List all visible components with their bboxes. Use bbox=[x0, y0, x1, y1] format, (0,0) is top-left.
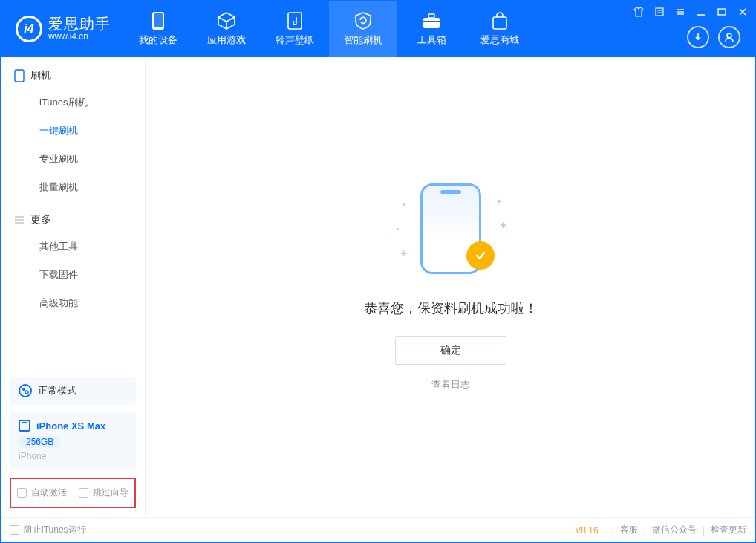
sparkle-icon bbox=[403, 203, 405, 206]
sidebar-item-pro-flash[interactable]: 专业刷机 bbox=[1, 145, 145, 173]
tab-toolbox[interactable]: 工具箱 bbox=[397, 1, 466, 57]
close-button[interactable] bbox=[736, 5, 749, 19]
sidebar-item-oneclick-flash[interactable]: 一键刷机 bbox=[1, 117, 145, 145]
window-controls bbox=[632, 1, 755, 57]
check-seal-icon bbox=[466, 241, 495, 270]
checkbox-label: 跳过向导 bbox=[93, 487, 128, 499]
svg-rect-5 bbox=[423, 21, 440, 22]
checkbox-auto-activate[interactable]: 自动激活 bbox=[17, 487, 67, 499]
bag-icon bbox=[490, 11, 509, 30]
device-type: iPhone bbox=[19, 451, 127, 461]
refresh-shield-icon bbox=[353, 11, 373, 30]
phone-icon bbox=[149, 11, 168, 30]
version-label: V8.16 bbox=[575, 525, 598, 536]
header: i4 爱思助手 www.i4.cn 我的设备 应用游戏 bbox=[1, 1, 755, 57]
svg-rect-7 bbox=[656, 8, 663, 16]
checkbox-skip-guide[interactable]: 跳过向导 bbox=[79, 487, 128, 499]
maximize-button[interactable] bbox=[715, 5, 729, 19]
checkbox-label: 阻止iTunes运行 bbox=[24, 524, 86, 536]
app-window: i4 爱思助手 www.i4.cn 我的设备 应用游戏 bbox=[0, 0, 756, 543]
checkbox-box-icon bbox=[17, 488, 27, 498]
device-name: iPhone XS Max bbox=[36, 420, 105, 432]
music-file-icon bbox=[285, 11, 304, 30]
tshirt-icon[interactable] bbox=[632, 5, 645, 19]
footer-link-support[interactable]: 客服 bbox=[620, 524, 638, 536]
success-message: 恭喜您，保资料刷机成功啦！ bbox=[364, 299, 538, 317]
sidebar-group-title: 刷机 bbox=[30, 69, 51, 82]
checkbox-label: 自动激活 bbox=[31, 487, 67, 499]
sidebar-group-flash: 刷机 bbox=[1, 57, 145, 88]
device-card[interactable]: iPhone XS Max 256GB iPhone bbox=[10, 412, 136, 469]
footer-link-wechat[interactable]: 微信公众号 bbox=[652, 524, 697, 536]
logo-block: i4 爱思助手 www.i4.cn bbox=[1, 1, 124, 57]
svg-rect-14 bbox=[718, 9, 726, 15]
separator: | bbox=[703, 525, 705, 536]
sidebar-item-download-firmware[interactable]: 下载固件 bbox=[1, 261, 145, 289]
tab-label: 铃声壁纸 bbox=[276, 33, 314, 47]
sidebar-item-itunes-flash[interactable]: iTunes刷机 bbox=[1, 88, 145, 117]
checkbox-box-icon bbox=[10, 525, 19, 535]
device-capacity-badge: 256GB bbox=[19, 436, 61, 448]
separator: | bbox=[644, 525, 646, 536]
sidebar: 刷机 iTunes刷机 一键刷机 专业刷机 批量刷机 更多 其他工具 下载固件 … bbox=[1, 57, 146, 517]
tab-store[interactable]: 爱思商城 bbox=[466, 1, 534, 57]
footer-links: V8.16 | 客服 | 微信公众号 | 检查更新 bbox=[575, 524, 746, 536]
svg-rect-1 bbox=[154, 13, 163, 27]
menu-icon[interactable] bbox=[674, 5, 687, 19]
tab-smart-flash[interactable]: 智能刷机 bbox=[329, 1, 397, 57]
phone-small-icon bbox=[14, 69, 25, 82]
cube-icon bbox=[217, 11, 236, 30]
app-subtitle: www.i4.cn bbox=[48, 32, 111, 42]
svg-point-23 bbox=[25, 391, 28, 394]
plus-icon: + bbox=[500, 219, 506, 231]
svg-rect-2 bbox=[288, 13, 302, 29]
mode-label: 正常模式 bbox=[38, 384, 76, 397]
tab-label: 爱思商城 bbox=[480, 33, 519, 47]
sparkle-icon bbox=[498, 200, 501, 203]
tab-label: 工具箱 bbox=[417, 33, 446, 47]
svg-point-22 bbox=[22, 388, 25, 391]
svg-rect-3 bbox=[423, 18, 440, 28]
app-title: 爱思助手 bbox=[48, 16, 111, 32]
plus-icon: + bbox=[401, 247, 407, 259]
toolbox-icon bbox=[422, 11, 441, 30]
list-icon bbox=[14, 215, 25, 225]
sparkle-icon bbox=[397, 228, 399, 230]
svg-rect-18 bbox=[15, 70, 24, 82]
sidebar-group-more: 更多 bbox=[1, 201, 145, 233]
checkbox-block-itunes[interactable]: 阻止iTunes运行 bbox=[10, 524, 86, 536]
user-button[interactable] bbox=[718, 26, 740, 48]
note-icon[interactable] bbox=[653, 5, 666, 19]
tab-my-device[interactable]: 我的设备 bbox=[124, 1, 192, 57]
body: 刷机 iTunes刷机 一键刷机 专业刷机 批量刷机 更多 其他工具 下载固件 … bbox=[1, 57, 755, 517]
nav-tabs: 我的设备 应用游戏 铃声壁纸 智能刷机 bbox=[124, 1, 534, 57]
minimize-button[interactable] bbox=[694, 5, 708, 19]
tab-label: 我的设备 bbox=[139, 33, 177, 47]
footer-link-check-update[interactable]: 检查更新 bbox=[711, 524, 746, 536]
footer: 阻止iTunes运行 V8.16 | 客服 | 微信公众号 | 检查更新 bbox=[1, 517, 755, 542]
highlighted-checkbox-row: 自动激活 跳过向导 bbox=[10, 478, 136, 508]
mode-icon bbox=[19, 384, 32, 397]
separator: | bbox=[612, 525, 614, 536]
checkbox-box-icon bbox=[79, 488, 88, 498]
sidebar-group-title: 更多 bbox=[30, 213, 51, 227]
svg-rect-6 bbox=[493, 17, 506, 29]
sidebar-item-other-tools[interactable]: 其他工具 bbox=[1, 233, 145, 261]
ok-button[interactable]: 确定 bbox=[395, 336, 506, 365]
view-log-link[interactable]: 查看日志 bbox=[431, 378, 470, 391]
success-illustration: + + bbox=[388, 183, 514, 280]
device-phone-icon bbox=[19, 420, 30, 432]
tab-apps-games[interactable]: 应用游戏 bbox=[192, 1, 261, 57]
main-content: + + 恭喜您，保资料刷机成功啦！ 确定 查看日志 bbox=[146, 57, 755, 517]
svg-point-17 bbox=[727, 33, 731, 38]
sidebar-item-batch-flash[interactable]: 批量刷机 bbox=[1, 173, 145, 201]
download-button[interactable] bbox=[687, 26, 709, 48]
logo-icon: i4 bbox=[16, 16, 42, 42]
sidebar-item-advanced[interactable]: 高级功能 bbox=[1, 289, 145, 317]
mode-card[interactable]: 正常模式 bbox=[10, 377, 136, 405]
svg-rect-4 bbox=[428, 14, 434, 18]
tab-label: 智能刷机 bbox=[344, 33, 382, 47]
tab-ringtone-wallpaper[interactable]: 铃声壁纸 bbox=[261, 1, 329, 57]
tab-label: 应用游戏 bbox=[207, 33, 246, 47]
